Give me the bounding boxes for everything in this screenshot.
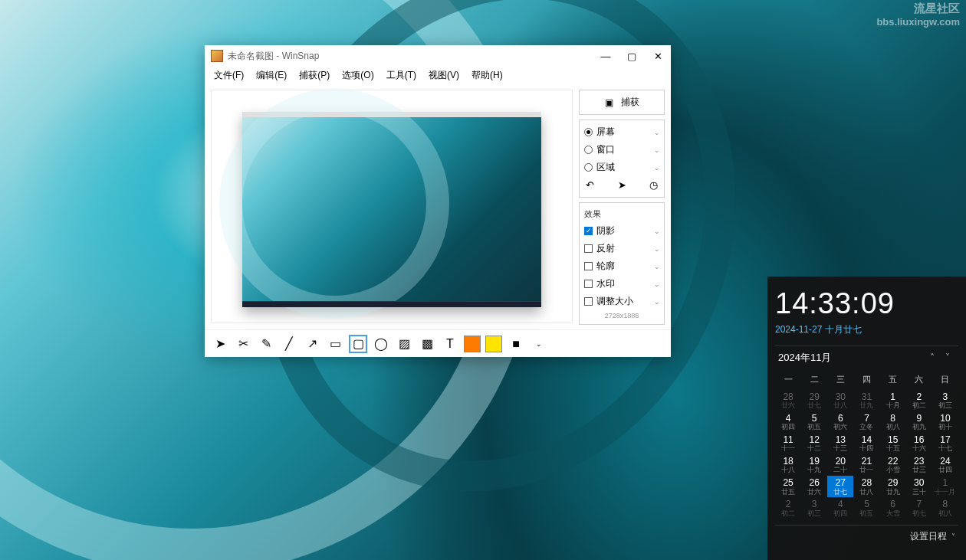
- calendar-day[interactable]: 12十二: [801, 433, 827, 454]
- ellipse-tool-icon[interactable]: ◯: [372, 335, 390, 353]
- calendar-day[interactable]: 2初二: [775, 497, 801, 519]
- menu-options[interactable]: 选项(O): [336, 67, 380, 84]
- chevron-down-icon: ˅: [951, 532, 955, 541]
- calendar-day[interactable]: 10初十: [932, 411, 958, 433]
- calendar-day[interactable]: 5初五: [801, 411, 827, 433]
- calendar-day[interactable]: 19十九: [801, 454, 827, 476]
- calendar-day[interactable]: 27廿七: [827, 476, 853, 497]
- prev-month-icon[interactable]: ˄: [925, 352, 940, 363]
- calendar-day[interactable]: 15十五: [880, 433, 906, 454]
- calendar-day[interactable]: 22小雪: [880, 454, 906, 476]
- calendar-day[interactable]: 29廿九: [880, 476, 906, 497]
- calendar-day[interactable]: 30廿八: [827, 390, 853, 411]
- color-swatch-1[interactable]: [464, 336, 481, 352]
- chevron-down-icon[interactable]: ⌄: [654, 129, 660, 136]
- chevron-down-icon[interactable]: ⌄: [654, 280, 660, 288]
- calendar-day[interactable]: 8初八: [880, 411, 906, 433]
- pen-tool-icon[interactable]: ✎: [257, 335, 275, 353]
- watermark-title: 流星社区: [876, 2, 960, 16]
- pixelate-tool-icon[interactable]: ▩: [418, 335, 436, 353]
- calendar-day[interactable]: 6大雪: [880, 497, 906, 519]
- calendar-day[interactable]: 3初三: [801, 497, 827, 519]
- effect-resize[interactable]: 调整大小⌄: [580, 293, 664, 310]
- line-tool-icon[interactable]: ╱: [280, 335, 298, 353]
- undo-icon[interactable]: ↶: [586, 179, 594, 191]
- capture-button[interactable]: ▣ 捕获: [579, 90, 665, 115]
- calendar-day[interactable]: 29廿七: [801, 390, 827, 411]
- calendar-day[interactable]: 7初七: [906, 497, 932, 519]
- crop-tool-icon[interactable]: ✂: [234, 335, 252, 353]
- date-string[interactable]: 2024-11-27 十月廿七: [775, 323, 958, 336]
- calendar-day[interactable]: 30三十: [906, 476, 932, 497]
- calendar-day[interactable]: 24廿四: [932, 454, 958, 476]
- calendar-day[interactable]: 26廿六: [801, 476, 827, 497]
- calendar-day[interactable]: 6初六: [827, 411, 853, 433]
- screenshot-preview[interactable]: [242, 112, 541, 307]
- calendar-day[interactable]: 5初五: [853, 497, 879, 519]
- calendar-day[interactable]: 14十四: [853, 433, 879, 454]
- next-month-icon[interactable]: ˅: [940, 352, 955, 363]
- menu-edit[interactable]: 编辑(E): [250, 67, 293, 84]
- mode-screen[interactable]: 屏幕⌄: [580, 123, 664, 141]
- mode-window[interactable]: 窗口⌄: [580, 141, 664, 159]
- calendar-day[interactable]: 1十一月: [932, 476, 958, 497]
- calendar-day[interactable]: 1十月: [880, 390, 906, 411]
- calendar-flyout: 14:33:09 2024-11-27 十月廿七 2024年11月 ˄ ˅ 一二…: [767, 277, 966, 560]
- menu-help[interactable]: 帮助(H): [465, 67, 509, 84]
- thickness-icon[interactable]: ■: [507, 335, 525, 353]
- calendar-day[interactable]: 21廿一: [853, 454, 879, 476]
- chevron-down-icon[interactable]: ⌄: [654, 146, 660, 154]
- menu-tools[interactable]: 工具(T): [380, 67, 422, 84]
- calendar-day[interactable]: 4初四: [775, 411, 801, 433]
- arrow-tool-icon[interactable]: ↗: [303, 335, 321, 353]
- menu-capture[interactable]: 捕获(P): [293, 67, 336, 84]
- calendar-day[interactable]: 4初四: [827, 497, 853, 519]
- month-label[interactable]: 2024年11月: [778, 351, 831, 365]
- effect-shadow[interactable]: ✓阴影⌄: [580, 222, 664, 240]
- calendar-day[interactable]: 28廿八: [853, 476, 879, 497]
- effect-outline[interactable]: 轮廓⌄: [580, 257, 664, 275]
- chevron-down-icon[interactable]: ⌄: [654, 228, 660, 235]
- effect-watermark[interactable]: 水印⌄: [580, 275, 664, 293]
- titlebar[interactable]: 未命名截图 - WinSnap — ▢ ✕: [205, 45, 671, 67]
- maximize-button[interactable]: ▢: [619, 45, 645, 67]
- calendar-day[interactable]: 25廿五: [775, 476, 801, 497]
- calendar-day[interactable]: 2初二: [906, 390, 932, 411]
- calendar-day[interactable]: 13十三: [827, 433, 853, 454]
- chevron-down-icon[interactable]: ⌄: [654, 164, 660, 172]
- color-swatch-2[interactable]: [485, 336, 502, 352]
- agenda-toggle[interactable]: 设置日程˅: [775, 525, 958, 545]
- canvas-area[interactable]: [211, 90, 573, 323]
- calendar-day[interactable]: 16十六: [906, 433, 932, 454]
- minimize-button[interactable]: —: [593, 45, 619, 67]
- mode-region[interactable]: 区域⌄: [580, 159, 664, 176]
- calendar-day[interactable]: 11十一: [775, 433, 801, 454]
- drawing-toolbar: ➤ ✂ ✎ ╱ ↗ ▭ ▢ ◯ ▨ ▩ T ■ ⌄: [205, 329, 671, 357]
- chevron-down-icon[interactable]: ⌄: [654, 298, 660, 306]
- menu-file[interactable]: 文件(F): [208, 67, 250, 84]
- calendar-day[interactable]: 23廿三: [906, 454, 932, 476]
- clock-time: 14:33:09: [775, 287, 958, 320]
- calendar-day[interactable]: 3初三: [932, 390, 958, 411]
- calendar-day[interactable]: 7立冬: [853, 411, 879, 433]
- select-tool-icon[interactable]: ➤: [211, 335, 229, 353]
- calendar-day[interactable]: 8初八: [932, 497, 958, 519]
- rect-tool-icon[interactable]: ▭: [326, 335, 344, 353]
- text-tool-icon[interactable]: T: [441, 335, 459, 353]
- effect-reflection[interactable]: 反射⌄: [580, 240, 664, 257]
- rounded-rect-tool-icon[interactable]: ▢: [349, 335, 367, 353]
- calendar-day[interactable]: 28廿六: [775, 390, 801, 411]
- blur-tool-icon[interactable]: ▨: [395, 335, 413, 353]
- calendar-day[interactable]: 18十八: [775, 454, 801, 476]
- more-icon[interactable]: ⌄: [530, 335, 548, 353]
- calendar-day[interactable]: 9初九: [906, 411, 932, 433]
- calendar-day[interactable]: 20二十: [827, 454, 853, 476]
- chevron-down-icon[interactable]: ⌄: [654, 245, 660, 253]
- calendar-day[interactable]: 17十七: [932, 433, 958, 454]
- menu-view[interactable]: 视图(V): [422, 67, 465, 84]
- calendar-day[interactable]: 31廿九: [853, 390, 879, 411]
- close-button[interactable]: ✕: [645, 45, 671, 67]
- timer-icon[interactable]: ◷: [649, 179, 658, 191]
- chevron-down-icon[interactable]: ⌄: [654, 263, 660, 270]
- cursor-icon[interactable]: ➤: [618, 179, 626, 191]
